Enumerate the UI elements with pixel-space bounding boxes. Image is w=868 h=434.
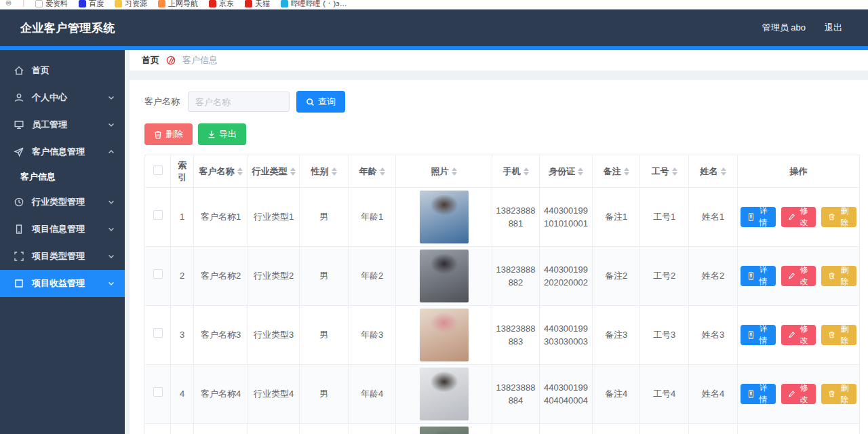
- square-icon: [14, 278, 24, 289]
- bookmark-item[interactable]: 天猫: [245, 0, 270, 9]
- customer-photo: [420, 191, 469, 243]
- row-edit-button[interactable]: 修改: [781, 207, 816, 227]
- pen-icon: [788, 390, 795, 398]
- sort-carets-icon[interactable]: [672, 167, 677, 176]
- app-title: 企业客户管理系统: [20, 20, 115, 36]
- row-detail-button[interactable]: 详情: [741, 384, 776, 404]
- cell-id_card: [540, 424, 593, 434]
- row-detail-button[interactable]: 详情: [741, 325, 776, 345]
- sidebar-item-project-type-mgmt[interactable]: 项目类型管理: [0, 243, 125, 270]
- column-header[interactable]: 备注: [593, 155, 640, 188]
- column-header[interactable]: 年龄: [349, 155, 396, 188]
- cell-id_card: 440300199303030003: [540, 306, 593, 365]
- browser-menu-icon[interactable]: ⊜: [5, 0, 12, 7]
- cell-phone: 13823888881: [492, 188, 540, 247]
- column-header[interactable]: 姓名: [689, 155, 738, 188]
- sidebar-item-industry-type-mgmt[interactable]: 行业类型管理: [0, 189, 125, 216]
- column-header[interactable]: 性别: [300, 155, 349, 188]
- table-row: 4客户名称4行业类型4男年龄41382388888444030019940404…: [145, 365, 860, 424]
- row-delete-button[interactable]: 删除: [821, 207, 856, 227]
- bulk-delete-button[interactable]: 删除: [144, 123, 193, 145]
- cell-work_no: 工号1: [640, 188, 689, 247]
- select-all-header[interactable]: [145, 155, 171, 188]
- page-icon: [35, 0, 43, 7]
- monitor-icon: [14, 119, 24, 130]
- row-detail-button[interactable]: 详情: [741, 207, 776, 227]
- column-header-label: 性别: [311, 165, 329, 178]
- sort-carets-icon[interactable]: [524, 167, 529, 176]
- sidebar-item-label: 项目类型管理: [32, 250, 85, 262]
- cell-work_no: 工号3: [640, 306, 689, 365]
- bookmark-item[interactable]: 上网导航: [158, 0, 198, 9]
- column-header-label: 备注: [604, 165, 621, 178]
- trash-icon: [828, 331, 835, 339]
- row-checkbox[interactable]: [153, 269, 163, 279]
- column-header[interactable]: 客户名称: [194, 155, 248, 188]
- sidebar-item-customer-info-mgmt[interactable]: 客户信息管理: [0, 138, 125, 165]
- column-header-label: 操作: [790, 165, 808, 178]
- sidebar-item-label: 首页: [32, 64, 50, 77]
- bookmark-label: 爱资料: [45, 0, 68, 9]
- customer-name-input[interactable]: [188, 92, 290, 112]
- row-edit-button[interactable]: 修改: [781, 325, 816, 345]
- column-header-label: 照片: [431, 165, 449, 178]
- sidebar-item-project-info-mgmt[interactable]: 项目信息管理: [0, 216, 125, 243]
- bookmark-item[interactable]: 爱资料: [35, 0, 68, 9]
- customer-photo: [420, 309, 469, 361]
- breadcrumb-home-link[interactable]: 首页: [142, 54, 159, 66]
- sidebar-item-label: 项目收益管理: [32, 277, 85, 290]
- bookmark-label: 京东: [219, 0, 234, 9]
- sort-carets-icon[interactable]: [380, 167, 385, 176]
- sidebar-item-profile[interactable]: 个人中心: [0, 84, 125, 111]
- bookmark-item[interactable]: 京东: [209, 0, 234, 9]
- home-icon: [14, 65, 24, 76]
- sort-carets-icon[interactable]: [578, 167, 583, 176]
- sidebar-item-home[interactable]: 首页: [0, 57, 125, 84]
- row-checkbox[interactable]: [153, 328, 163, 338]
- cell-name: [194, 424, 248, 434]
- customer-photo: [420, 368, 469, 420]
- cell-age: [349, 424, 396, 434]
- query-button[interactable]: 查询: [296, 91, 345, 113]
- row-delete-button[interactable]: 删除: [821, 325, 856, 345]
- sort-carets-icon[interactable]: [290, 167, 296, 176]
- column-header-label: 索引: [174, 159, 191, 184]
- cell-phone: 13823888882: [492, 247, 540, 306]
- row-delete-button[interactable]: 删除: [821, 384, 856, 404]
- row-checkbox[interactable]: [153, 210, 163, 220]
- row-checkbox[interactable]: [153, 387, 163, 397]
- column-header[interactable]: 工号: [640, 155, 689, 188]
- row-edit-button[interactable]: 修改: [781, 266, 816, 286]
- row-delete-button[interactable]: 删除: [821, 266, 856, 286]
- trash-icon: [828, 390, 835, 398]
- download-icon: [208, 130, 216, 139]
- column-header[interactable]: 行业类型: [248, 155, 300, 188]
- sort-carets-icon[interactable]: [624, 167, 629, 176]
- trash-icon: [828, 213, 835, 221]
- sidebar-item-employee-mgmt[interactable]: 员工管理: [0, 111, 125, 138]
- customer-photo: [420, 427, 469, 434]
- column-header[interactable]: 手机: [492, 155, 540, 188]
- row-detail-button[interactable]: 详情: [741, 266, 776, 286]
- sidebar-item-project-revenue-mgmt[interactable]: 项目收益管理: [0, 270, 125, 297]
- bookmark-item[interactable]: 哔哩哔哩 ( ･ )э…: [281, 0, 347, 9]
- pen-icon: [788, 331, 795, 339]
- cell-age: 年龄1: [349, 188, 396, 247]
- cell-age: 年龄3: [349, 306, 396, 365]
- export-button[interactable]: 导出: [198, 123, 246, 145]
- sort-carets-icon[interactable]: [721, 167, 726, 176]
- sort-carets-icon[interactable]: [332, 167, 337, 176]
- logout-button[interactable]: 退出: [825, 22, 842, 34]
- sidebar-subitem-customer-info[interactable]: 客户信息: [0, 165, 125, 189]
- select-all-checkbox[interactable]: [153, 165, 163, 175]
- cell-industry: 行业类型4: [248, 365, 300, 424]
- cell-note: 备注4: [593, 365, 640, 424]
- column-header[interactable]: 身份证: [540, 155, 593, 188]
- cell-gender: 男: [300, 188, 349, 247]
- column-header[interactable]: 照片: [396, 155, 492, 188]
- bookmark-item[interactable]: 百度: [79, 0, 104, 9]
- bookmark-item[interactable]: 习资源: [115, 0, 147, 9]
- row-edit-button[interactable]: 修改: [781, 384, 816, 404]
- sort-carets-icon[interactable]: [237, 167, 243, 176]
- sort-carets-icon[interactable]: [452, 167, 457, 176]
